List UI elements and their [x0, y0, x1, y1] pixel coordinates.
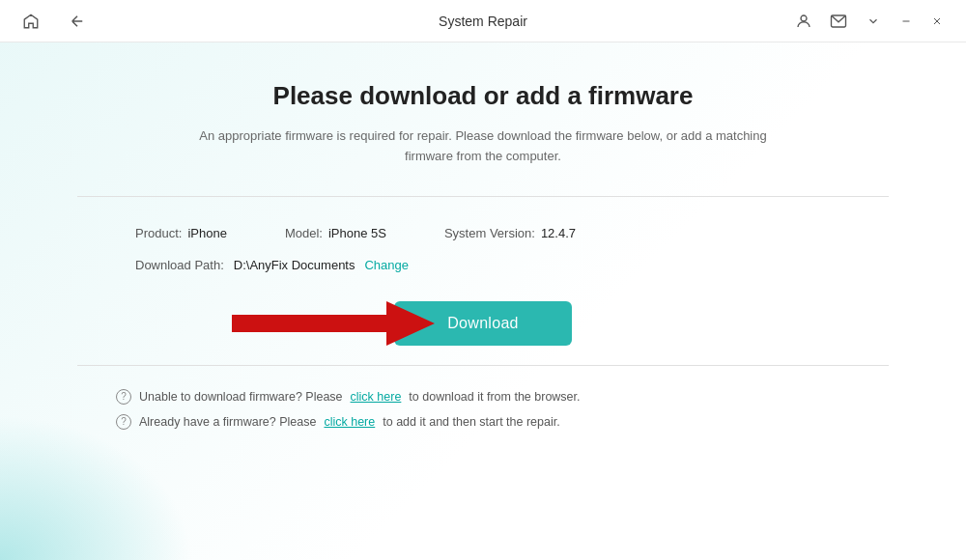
path-label: Download Path: [135, 258, 224, 272]
minimize-button[interactable] [893, 8, 920, 35]
device-info-row: Product: iPhone Model: iPhone 5S System … [135, 226, 831, 240]
version-value: 12.4.7 [541, 226, 576, 240]
action-area: Download [77, 301, 889, 346]
product-item: Product: iPhone [135, 226, 227, 240]
product-label: Product: [135, 226, 182, 240]
chevron-down-icon[interactable] [858, 6, 889, 37]
note1-suffix: to download it from the browser. [409, 390, 580, 404]
top-divider [77, 196, 889, 197]
bottom-divider [77, 365, 889, 366]
svg-point-0 [801, 15, 807, 21]
note1-link[interactable]: click here [351, 390, 402, 404]
titlebar-right [788, 6, 951, 37]
note2-link[interactable]: click here [324, 415, 375, 429]
page-subtitle: An appropriate firmware is required for … [184, 126, 782, 167]
change-link[interactable]: Change [364, 258, 409, 272]
download-path-row: Download Path: D:\AnyFix Documents Chang… [135, 258, 831, 272]
main-content: Please download or add a firmware An app… [0, 42, 966, 560]
question-icon-2: ? [116, 414, 131, 430]
titlebar: System Repair [0, 0, 966, 42]
version-label: System Version: [444, 226, 535, 240]
back-icon[interactable] [62, 6, 93, 37]
model-item: Model: iPhone 5S [285, 226, 386, 240]
version-item: System Version: 12.4.7 [444, 226, 576, 240]
svg-marker-2 [232, 301, 435, 346]
page-title: Please download or add a firmware [273, 81, 694, 111]
titlebar-title: System Repair [439, 14, 527, 29]
question-icon-1: ? [116, 389, 131, 405]
close-button[interactable] [923, 8, 951, 35]
footer-notes: ? Unable to download firmware? Please cl… [77, 389, 889, 430]
titlebar-left [15, 6, 93, 37]
arrow-indicator [232, 299, 435, 348]
note2-prefix: Already have a firmware? Please [139, 415, 316, 429]
product-value: iPhone [187, 226, 226, 240]
home-icon[interactable] [15, 6, 46, 37]
path-value: D:\AnyFix Documents [234, 258, 355, 272]
user-icon[interactable] [788, 6, 819, 37]
model-value: iPhone 5S [328, 226, 386, 240]
model-label: Model: [285, 226, 323, 240]
note-row-2: ? Already have a firmware? Please click … [116, 414, 560, 430]
note-row-1: ? Unable to download firmware? Please cl… [116, 389, 581, 405]
background-gradient [0, 415, 193, 560]
info-section: Product: iPhone Model: iPhone 5S System … [77, 226, 889, 272]
mail-icon[interactable] [823, 6, 854, 37]
red-arrow-svg [232, 299, 435, 348]
note1-prefix: Unable to download firmware? Please [139, 390, 343, 404]
note2-suffix: to add it and then start the repair. [383, 415, 559, 429]
